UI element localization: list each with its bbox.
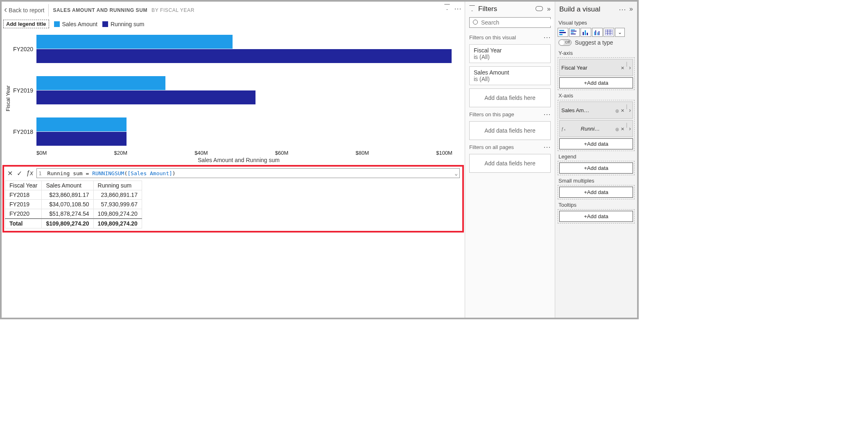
field-chip-running-sum[interactable]: Runni… (559, 120, 633, 137)
canvas-header: Back to report SALES AMOUNT AND RUNNING … (2, 2, 465, 19)
formula-and-table-panel: ✕ ✓ ƒx 1 Running sum = RUNNINGSUM([Sales… (2, 165, 464, 233)
eye-icon[interactable] (615, 107, 619, 113)
build-pane-header: Build a visual (555, 2, 637, 17)
square-icon (54, 21, 60, 27)
tooltips-well[interactable]: +Add data (558, 209, 635, 224)
build-visual-pane: Build a visual Visual types ⌄ Off Sugges… (555, 2, 637, 318)
more-icon[interactable] (543, 33, 551, 42)
square-icon (102, 21, 108, 27)
more-icon[interactable] (543, 110, 551, 119)
more-icon[interactable] (543, 142, 551, 151)
suggest-type-toggle[interactable]: Off (558, 39, 572, 46)
xaxis-well[interactable]: Sales Am… Runni… +Add data (558, 100, 635, 151)
yaxis-well[interactable]: Fiscal Year +Add data (558, 57, 635, 90)
fx-icon[interactable]: ƒx (25, 169, 34, 177)
legend-item-running-sum: Running sum (102, 21, 145, 27)
filters-visual-dropzone[interactable]: Add data fields here (469, 88, 551, 107)
svg-rect-4 (571, 31, 576, 32)
table-row: FY2018$23,860,891.1723,860,891.17 (5, 190, 142, 200)
bar-sales-amount[interactable] (36, 76, 165, 90)
svg-rect-11 (595, 30, 596, 35)
collapse-pane-icon[interactable] (629, 5, 633, 14)
formula-dropdown-icon[interactable] (454, 170, 458, 176)
filter-card-sales-amount[interactable]: Sales Amount is (All) (469, 66, 551, 85)
visual-type-stacked-bar[interactable] (558, 28, 568, 37)
bar-sales-amount[interactable] (36, 35, 233, 49)
svg-rect-0 (559, 30, 564, 31)
filters-page-dropzone[interactable]: Add data fields here (469, 121, 551, 140)
cancel-formula-button[interactable]: ✕ (7, 169, 14, 177)
bar-running-sum[interactable] (36, 132, 127, 146)
visual-types-label: Visual types (555, 17, 637, 27)
category-row: FY2018 (13, 117, 452, 146)
field-menu-icon[interactable] (629, 125, 631, 132)
chart-title-main: SALES AMOUNT AND RUNNING SUM (53, 7, 147, 13)
category-label: FY2019 (13, 87, 36, 94)
bar-running-sum[interactable] (36, 49, 452, 63)
visual-type-column[interactable] (581, 28, 591, 37)
filter-icon[interactable] (444, 4, 450, 13)
filters-section-visual: Filters on this visual (465, 32, 555, 43)
bar-sales-amount[interactable] (36, 117, 127, 131)
category-row: FY2019 (13, 76, 452, 104)
formula-bar: ✕ ✓ ƒx 1 Running sum = RUNNINGSUM([Sales… (5, 167, 461, 179)
filters-pane-header: Filters (465, 2, 555, 16)
fx-icon (561, 126, 565, 132)
legend-section-label: Legend (558, 151, 635, 161)
field-menu-icon[interactable] (629, 64, 631, 71)
legend-title-input[interactable]: Add legend title (3, 20, 49, 28)
visual-type-clustered-bar[interactable] (569, 28, 580, 37)
back-to-report-button[interactable]: Back to report (4, 7, 44, 14)
xaxis-label: X-axis (558, 90, 635, 100)
svg-rect-6 (571, 34, 576, 34)
eye-icon[interactable] (536, 5, 543, 13)
visual-types-row: ⌄ (555, 27, 637, 38)
app-root: Back to report SALES AMOUNT AND RUNNING … (0, 0, 639, 319)
eye-icon[interactable] (615, 126, 619, 132)
more-icon[interactable] (619, 5, 626, 14)
divider (48, 4, 49, 16)
small-multiples-add-data-button[interactable]: +Add data (559, 187, 633, 198)
table-header: Fiscal Year (5, 181, 42, 190)
filters-search[interactable] (469, 17, 551, 28)
funnel-icon (469, 5, 475, 13)
more-options-icon[interactable] (454, 4, 461, 13)
filters-all-dropzone[interactable]: Add data fields here (469, 154, 551, 173)
search-icon (473, 19, 478, 26)
field-menu-icon[interactable] (629, 107, 631, 113)
remove-field-icon[interactable] (621, 107, 624, 113)
visual-type-more-dropdown[interactable]: ⌄ (615, 28, 625, 37)
chevron-left-icon (4, 7, 7, 14)
table-header: Running sum (93, 181, 142, 190)
svg-rect-8 (585, 30, 586, 35)
svg-rect-2 (559, 34, 563, 35)
xaxis-add-data-button[interactable]: +Add data (559, 138, 633, 149)
tooltips-add-data-button[interactable]: +Add data (559, 211, 633, 222)
remove-field-icon[interactable] (621, 65, 624, 71)
visual-type-clustered-column[interactable] (592, 28, 603, 37)
filters-section-page: Filters on this page (465, 109, 555, 120)
bar-running-sum[interactable] (36, 90, 255, 104)
formula-input[interactable]: 1 Running sum = RUNNINGSUM([Sales Amount… (36, 168, 460, 178)
plot: FY2020FY2019FY2018 (13, 32, 465, 147)
search-input[interactable] (481, 19, 553, 26)
suggest-type-row: Off Suggest a type (555, 38, 637, 47)
legend-well[interactable]: +Add data (558, 161, 635, 175)
commit-formula-button[interactable]: ✓ (16, 169, 23, 177)
legend-add-data-button[interactable]: +Add data (559, 163, 633, 174)
field-chip-sales-amount[interactable]: Sales Am… (559, 102, 633, 119)
canvas-column: Back to report SALES AMOUNT AND RUNNING … (2, 2, 465, 318)
yaxis-add-data-button[interactable]: +Add data (559, 77, 633, 88)
y-axis-label: Fiscal Year (3, 32, 13, 164)
svg-rect-14 (605, 29, 613, 35)
remove-field-icon[interactable] (621, 126, 624, 132)
collapse-pane-icon[interactable] (547, 5, 551, 13)
x-axis-label: Sales Amount and Running sum (13, 156, 465, 164)
visual-type-table[interactable] (604, 28, 614, 37)
small-multiples-well[interactable]: +Add data (558, 185, 635, 199)
svg-rect-12 (597, 32, 598, 35)
field-chip-fiscal-year[interactable]: Fiscal Year (559, 59, 633, 76)
chart-title-sub: BY FISCAL YEAR (151, 7, 194, 13)
filter-card-fiscal-year[interactable]: Fiscal Year is (All) (469, 44, 551, 63)
tooltips-label: Tooltips (558, 199, 635, 209)
